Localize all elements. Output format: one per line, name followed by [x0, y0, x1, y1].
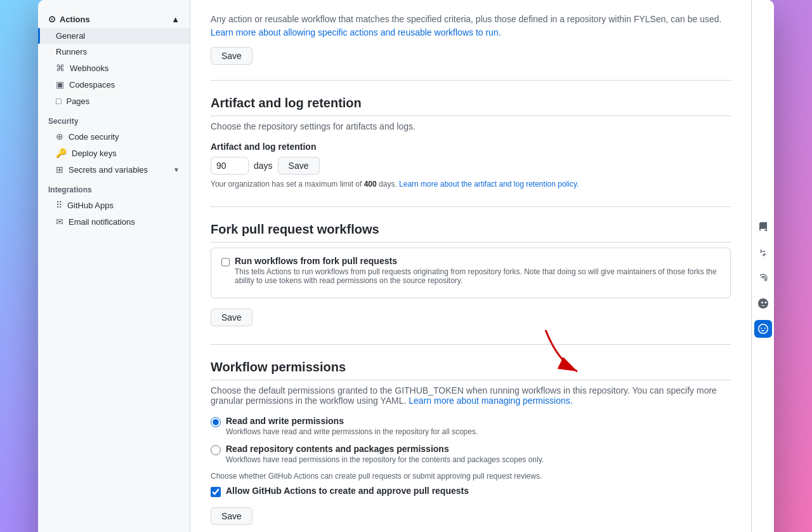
chevron-up-icon: ▲: [171, 15, 180, 24]
intro-block: Any action or reusable workflow that mat…: [211, 13, 731, 39]
artifact-days-suffix: days: [254, 161, 273, 171]
workflow-link[interactable]: Learn more about managing permissions.: [409, 396, 572, 406]
divider-3: [211, 344, 731, 345]
copilot-icon[interactable]: [754, 295, 772, 312]
sidebar-integrations-heading: Integrations: [38, 178, 190, 197]
artifact-days-input[interactable]: [211, 157, 249, 175]
actions-circle-icon: ⊙: [48, 14, 56, 24]
main-content: Any action or reusable workflow that mat…: [190, 0, 751, 532]
sidebar-item-codespaces-label: Codespaces: [69, 80, 115, 90]
divider-2: [211, 206, 731, 207]
approve-checkbox[interactable]: [211, 487, 221, 497]
sidebar-item-runners[interactable]: Runners: [38, 44, 190, 60]
radio-readonly[interactable]: [211, 445, 221, 455]
pages-icon: □: [56, 96, 61, 106]
secrets-icon: ⊞: [56, 164, 63, 175]
github-apps-icon: ⠿: [56, 200, 62, 210]
radio-row-readonly: Read repository contents and packages pe…: [211, 444, 731, 464]
smiley-icon[interactable]: [754, 320, 772, 338]
artifact-save-button[interactable]: Save: [278, 157, 320, 175]
radio-readwrite[interactable]: [211, 417, 221, 427]
fork-section: Fork pull request workflows Run workflow…: [211, 222, 731, 326]
github-actions-note: Choose whether GitHub Actions can create…: [211, 472, 731, 481]
broadcast-icon[interactable]: [754, 269, 772, 287]
artifact-note: Your organization has set a maximum limi…: [211, 180, 731, 189]
artifact-desc: Choose the repository settings for artif…: [211, 121, 731, 131]
sidebar-security-heading: Security: [38, 109, 190, 128]
save-button-top[interactable]: Save: [211, 47, 252, 65]
workflow-desc: Choose the default permissions granted t…: [211, 385, 731, 406]
sidebar-item-email-label: Email notifications: [69, 217, 135, 227]
radio-readwrite-desc: Workflows have read and write permission…: [226, 427, 478, 436]
sidebar-item-deploy-keys-label: Deploy keys: [72, 149, 117, 158]
codespaces-icon: ▣: [56, 79, 64, 90]
fork-save-button[interactable]: Save: [211, 309, 252, 326]
sidebar-item-deploy-keys[interactable]: 🔑 Deploy keys: [38, 145, 190, 161]
artifact-title: Artifact and log retention: [211, 96, 731, 116]
fork-checkbox-group: Run workflows from fork pull requests Th…: [211, 248, 731, 298]
deploy-keys-icon: 🔑: [56, 148, 67, 158]
save-button-bottom[interactable]: Save: [211, 507, 252, 525]
artifact-section: Artifact and log retention Choose the re…: [211, 96, 731, 189]
sidebar-item-email-notifications[interactable]: ✉ Email notifications: [38, 213, 190, 230]
sidebar-item-codespaces[interactable]: ▣ Codespaces: [38, 76, 190, 93]
chevron-down-icon: ▼: [173, 166, 180, 173]
sidebar-actions-label: Actions: [60, 15, 90, 24]
radio-row-readwrite: Read and write permissions Workflows hav…: [211, 416, 731, 436]
fork-checkbox-desc: This tells Actions to run workflows from…: [235, 267, 720, 285]
sidebar-item-github-apps[interactable]: ⠿ GitHub Apps: [38, 197, 190, 213]
sidebar-item-github-apps-label: GitHub Apps: [67, 201, 114, 210]
email-icon: ✉: [56, 216, 63, 227]
artifact-note-prefix: Your organization has set a maximum limi…: [211, 180, 364, 189]
fork-title: Fork pull request workflows: [211, 222, 731, 243]
radio-readonly-desc: Workflows have read permissions in the r…: [226, 455, 544, 464]
workflow-title: Workflow permissions: [211, 360, 731, 380]
sidebar-item-secrets-label: Secrets and variables: [69, 165, 148, 175]
sidebar-item-code-security[interactable]: ⊕ Code security: [38, 128, 190, 145]
radio-readonly-label[interactable]: Read repository contents and packages pe…: [226, 444, 449, 454]
code-security-icon: ⊕: [56, 131, 63, 142]
sidebar-item-webhooks[interactable]: ⌘ Webhooks: [38, 60, 190, 76]
sidebar-actions-header[interactable]: ⊙ Actions ▲: [38, 10, 190, 28]
radio-readwrite-label[interactable]: Read and write permissions: [226, 416, 344, 426]
intro-link[interactable]: Learn more about allowing specific actio…: [211, 27, 501, 37]
fork-checkbox-label[interactable]: Run workflows from fork pull requests: [235, 256, 397, 266]
approve-checkbox-label[interactable]: Allow GitHub Actions to create and appro…: [226, 486, 469, 496]
translate-icon[interactable]: [754, 244, 772, 262]
right-icons-bar: [751, 0, 774, 532]
divider-1: [211, 80, 731, 81]
artifact-note-bold: 400: [364, 180, 377, 189]
sidebar-item-webhooks-label: Webhooks: [70, 63, 108, 73]
sidebar: ⊙ Actions ▲ General Runners ⌘ Webhooks ▣…: [38, 0, 190, 532]
fork-checkbox-row: Run workflows from fork pull requests Th…: [221, 256, 720, 285]
fork-checkbox[interactable]: [221, 257, 230, 267]
sidebar-item-pages-label: Pages: [66, 96, 89, 106]
workflow-section: Workflow permissions Choose the default …: [211, 360, 731, 525]
artifact-note-suffix: days.: [377, 180, 397, 189]
sidebar-item-pages[interactable]: □ Pages: [38, 93, 190, 109]
book-icon[interactable]: [754, 218, 772, 236]
approve-checkbox-row: Allow GitHub Actions to create and appro…: [211, 486, 731, 497]
webhook-icon: ⌘: [56, 63, 65, 73]
sidebar-item-runners-label: Runners: [56, 47, 87, 57]
sidebar-item-general[interactable]: General: [38, 28, 190, 44]
sidebar-item-general-label: General: [56, 31, 85, 41]
artifact-note-link[interactable]: Learn more about the artifact and log re…: [399, 180, 579, 189]
sidebar-item-secrets[interactable]: ⊞ Secrets and variables ▼: [38, 161, 190, 178]
artifact-field-label: Artifact and log retention: [211, 142, 731, 152]
intro-text: Any action or reusable workflow that mat…: [211, 14, 721, 24]
sidebar-item-code-security-label: Code security: [69, 132, 119, 142]
